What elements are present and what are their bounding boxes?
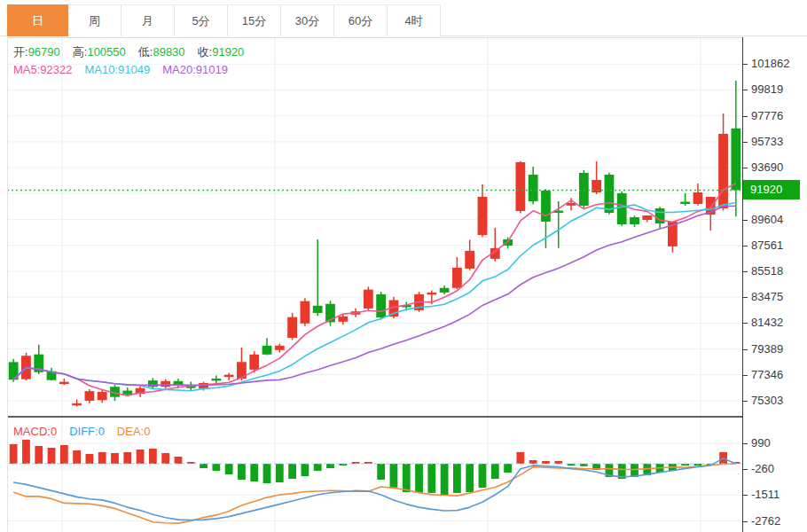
- macd-bar: [35, 446, 43, 464]
- candle-body: [85, 391, 95, 401]
- candle-body: [642, 215, 652, 220]
- macd-legend-label: MACD:: [13, 425, 51, 438]
- macd-legend-item: MACD:0: [13, 425, 57, 438]
- macd-legend-item: DEA:0: [117, 425, 151, 438]
- candle-body: [364, 290, 373, 309]
- tab-timeframe-5[interactable]: 15分: [228, 4, 281, 36]
- tab-timeframe-3[interactable]: 月: [121, 4, 175, 36]
- candle-body: [59, 382, 69, 384]
- ohlc-legend-label: 开:: [13, 45, 28, 59]
- macd-bar: [415, 464, 423, 493]
- price-tick: 101862: [751, 57, 789, 71]
- ohlc-legend-item: 收:91920: [198, 45, 245, 59]
- price-tick-dash: [743, 64, 748, 65]
- macd-legend: MACD:0DIFF:0DEA:0: [13, 425, 162, 438]
- macd-legend-item: DIFF:0: [69, 425, 105, 438]
- macd-bar: [441, 464, 449, 495]
- tab-timeframe-1[interactable]: 日: [7, 4, 68, 36]
- macd-bar: [200, 464, 208, 468]
- candle-body: [440, 288, 450, 293]
- ohlc-legend-value: 100550: [87, 45, 125, 59]
- macd-bar: [10, 444, 18, 464]
- ma-legend-value: 91049: [118, 63, 150, 76]
- macd-bar: [479, 464, 487, 488]
- price-tick: 79389: [751, 342, 783, 356]
- price-tick: 89604: [751, 213, 783, 227]
- tab-timeframe-6[interactable]: 30分: [281, 4, 334, 36]
- tab-timeframe-7[interactable]: 60分: [334, 4, 388, 36]
- macd-bar: [263, 464, 271, 483]
- ohlc-legend-item: 低:89830: [138, 45, 185, 59]
- ma-legend-label: MA10:: [85, 63, 119, 76]
- macd-bar: [453, 464, 461, 493]
- tab-timeframe-2[interactable]: 周: [68, 4, 121, 36]
- candle-body: [529, 175, 538, 201]
- price-tick: 81432: [751, 316, 783, 330]
- current-price-badge: 91920: [743, 180, 800, 200]
- ma-legend: MA5:92322MA10:91049MA20:91019: [13, 63, 240, 76]
- ma-legend-label: MA5:: [13, 63, 40, 76]
- macd-bar: [225, 464, 233, 474]
- candle-body: [605, 175, 615, 213]
- tab-timeframe-8[interactable]: 4时: [388, 4, 441, 36]
- candlestick-macd-plot: [7, 37, 742, 532]
- tab-timeframe-4[interactable]: 5分: [175, 4, 228, 36]
- candle-body: [275, 346, 285, 350]
- price-tick-dash: [743, 323, 748, 324]
- macd-bar: [86, 454, 94, 464]
- candle-body: [731, 129, 740, 191]
- macd-bar: [161, 453, 169, 464]
- macd-legend-value: 0: [144, 425, 150, 438]
- price-tick-dash: [743, 297, 748, 298]
- candle-body: [376, 294, 386, 317]
- price-tick-dash: [743, 375, 748, 376]
- macd-bar: [301, 464, 309, 476]
- macd-tick-dash: [743, 443, 748, 444]
- timeframe-tabbar: 日周月5分15分30分60分4时: [0, 4, 807, 36]
- ma-legend-value: 92322: [40, 63, 72, 76]
- ma-legend-value: 91019: [196, 63, 228, 76]
- macd-bar: [149, 449, 157, 464]
- candle-body: [515, 162, 525, 211]
- candle-body: [300, 301, 309, 324]
- macd-legend-value: 0: [98, 425, 105, 438]
- macd-bar: [22, 440, 30, 464]
- price-tick-dash: [743, 271, 748, 272]
- macd-bar: [427, 464, 435, 493]
- ohlc-legend-item: 高:100550: [73, 45, 126, 59]
- candle-body: [630, 217, 639, 224]
- macd-bar: [390, 464, 398, 488]
- macd-bar: [212, 464, 220, 471]
- candle-body: [579, 173, 589, 206]
- ohlc-legend-label: 收:: [198, 45, 213, 59]
- candle-body: [72, 403, 82, 405]
- price-tick-dash: [743, 168, 748, 168]
- candle-body: [427, 293, 436, 294]
- macd-bar: [73, 450, 81, 464]
- ohlc-legend-value: 91920: [212, 45, 244, 59]
- ohlc-legend-label: 低:: [138, 45, 153, 59]
- candle-body: [262, 346, 272, 355]
- ma-legend-item: MA20:91019: [162, 63, 228, 76]
- macd-tick: -260: [751, 462, 774, 476]
- trading-chart-app: 日周月5分15分30分60分4时 开:96790高:100550低:89830收…: [0, 0, 807, 532]
- macd-tick-dash: [743, 495, 748, 496]
- macd-bar: [98, 452, 106, 464]
- price-tick: 75303: [751, 394, 783, 408]
- macd-bar: [504, 464, 512, 473]
- macd-bar: [111, 453, 119, 464]
- macd-bar: [123, 452, 131, 464]
- candle-body: [98, 392, 107, 400]
- candle-body: [541, 191, 551, 222]
- price-tick: 93690: [751, 160, 783, 175]
- macd-bar: [466, 464, 474, 492]
- candle-body: [122, 391, 132, 395]
- ma20-line: [13, 206, 736, 385]
- price-tick: 83475: [751, 290, 783, 304]
- macd-bar: [276, 464, 284, 482]
- macd-bar: [48, 448, 56, 464]
- macd-bar: [491, 464, 499, 479]
- candle-body: [718, 134, 728, 208]
- macd-bar: [288, 464, 296, 479]
- candle-body: [338, 317, 348, 322]
